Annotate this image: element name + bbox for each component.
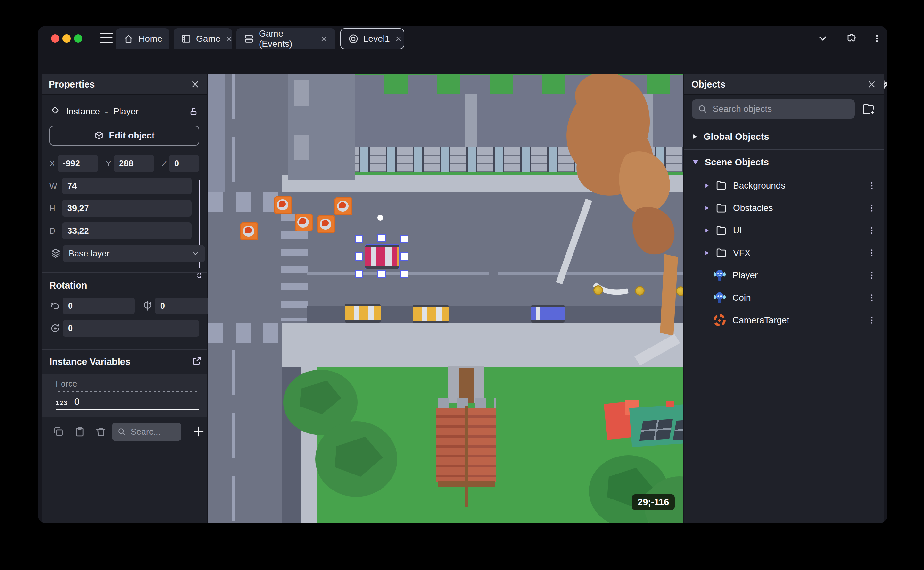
global-objects-group[interactable]: Global Objects [684,128,884,145]
folder-row-backgrounds[interactable]: Backgrounds [684,175,884,197]
tab-home[interactable]: Home [116,28,169,49]
resize-handle-n[interactable] [377,234,386,242]
crate-instance[interactable] [240,222,258,241]
instance-diamond-icon [50,106,60,117]
kebab-menu-icon[interactable] [867,315,876,326]
crosswalk-top [208,192,282,211]
kebab-menu-icon[interactable] [867,180,876,191]
kebab-menu-icon[interactable] [867,202,876,213]
layer-select[interactable]: Base layer [63,245,205,262]
edit-object-label: Edit object [108,130,154,141]
close-properties-button[interactable] [190,80,200,89]
scene-objects-group[interactable]: Scene Objects [684,154,884,170]
edit-object-button[interactable]: Edit object [49,126,199,146]
coin-instance[interactable] [635,286,645,296]
crate-instance[interactable] [334,198,353,215]
open-variables-external-icon[interactable] [192,356,202,366]
crate-instance[interactable] [274,196,292,214]
variable-value-row: 123 [56,396,199,410]
kebab-menu-icon[interactable] [867,225,876,236]
tab-game-events[interactable]: Game (Events) [237,28,335,49]
link-dimensions-icon[interactable] [195,271,204,280]
resize-handle-se[interactable] [400,270,408,278]
copy-icon[interactable] [52,426,65,438]
caret-right-icon[interactable] [706,206,709,210]
folder-row-vfx[interactable]: VFX [684,242,884,264]
resize-handle-sw[interactable] [355,270,363,278]
caret-right-icon[interactable] [706,184,709,188]
variable-name[interactable]: Force [56,379,199,392]
close-tab-icon[interactable] [225,35,233,43]
y-input[interactable] [114,155,154,172]
unlock-icon[interactable] [188,106,199,117]
church-ridge [464,406,469,484]
extensions-puzzle-icon[interactable] [845,33,857,44]
caret-down-icon[interactable] [693,160,698,164]
height-input[interactable] [62,200,192,217]
caret-right-icon[interactable] [706,228,709,233]
crate-instance[interactable] [317,215,335,233]
rotate-z-icon [49,322,61,334]
objects-header: Objects [684,74,884,95]
selected-player-instance[interactable] [365,245,399,269]
rotation-y-input[interactable] [155,297,210,314]
add-folder-icon[interactable] [861,102,876,116]
building-roof[interactable] [355,93,683,147]
kebab-menu-icon[interactable] [867,248,876,258]
global-objects-label: Global Objects [704,132,769,142]
resize-handle-ne[interactable] [400,235,408,243]
kebab-menu-icon[interactable] [867,293,876,303]
variables-search [112,423,181,441]
close-tab-icon[interactable] [320,35,328,43]
variables-search-input[interactable] [130,427,176,437]
close-window-button[interactable] [51,34,59,43]
resize-handle-e[interactable] [400,252,408,260]
variable-value-input[interactable] [74,396,179,408]
caret-right-icon[interactable] [693,134,696,139]
close-tab-icon[interactable] [394,35,403,43]
rotation-handle[interactable] [377,215,383,221]
depth-input[interactable] [62,222,192,239]
yellow-car-instance[interactable] [413,305,449,323]
divider [42,273,207,273]
kebab-menu-icon[interactable] [872,33,882,44]
sidewalk-edge [208,74,225,192]
scene-canvas[interactable]: 29;-116 [208,74,683,523]
minimize-window-button[interactable] [63,34,71,43]
main-menu-button[interactable] [100,33,113,43]
resize-handle-w[interactable] [355,252,363,260]
coin-instance[interactable] [593,285,603,295]
x-input[interactable] [58,155,98,172]
resize-handle-nw[interactable] [355,235,363,243]
resize-handle-s[interactable] [377,270,386,278]
object-row-cameratarget[interactable]: CameraTarget [684,309,884,331]
add-variable-button[interactable] [192,425,205,438]
width-input[interactable] [62,178,192,194]
folder-label: VFX [733,248,862,258]
objects-search-input[interactable] [712,104,849,115]
rotation-z-input[interactable] [63,320,199,337]
object-row-coin[interactable]: Coin [684,287,884,309]
blue-car-instance[interactable] [531,305,565,322]
yellow-car-instance[interactable] [345,304,380,322]
caret-right-icon[interactable] [706,251,709,255]
maximize-window-button[interactable] [74,34,82,43]
folder-row-ui[interactable]: UI [684,219,884,242]
z-input[interactable] [169,155,199,172]
tab-level1[interactable]: Level1 [340,28,404,49]
close-objects-button[interactable] [867,80,877,89]
chevron-down-icon [192,250,199,257]
crate-instance[interactable] [295,213,313,231]
paste-clipboard-icon[interactable] [74,426,86,438]
rotation-x-input[interactable] [63,297,134,314]
object-row-player[interactable]: Player [684,264,884,287]
tab-game[interactable]: Game [174,28,232,49]
tab-label: Game (Events) [259,29,315,49]
events-list-icon [243,33,254,44]
chevron-down-icon[interactable] [817,33,829,44]
cube-3d-icon [94,130,104,141]
kebab-menu-icon[interactable] [867,270,876,281]
coin-instance[interactable] [676,286,683,296]
delete-variable-trash-icon[interactable] [95,426,107,438]
folder-row-obstacles[interactable]: Obstacles [684,197,884,219]
